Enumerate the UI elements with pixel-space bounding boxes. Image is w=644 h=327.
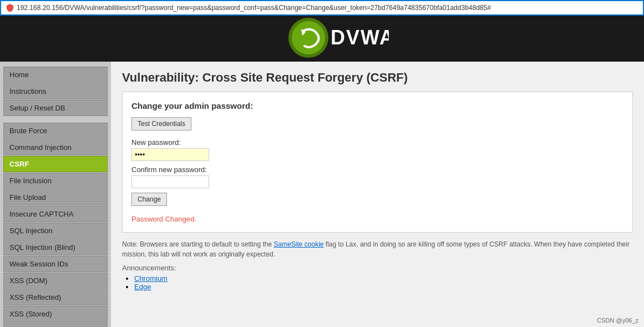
url-text: 192.168.20.156/DVWA/vulnerabilities/csrf… — [17, 4, 491, 12]
sidebar-item-setup[interactable]: Setup / Reset DB — [3, 100, 108, 116]
sidebar-item-command-injection[interactable]: Command Injection — [3, 139, 108, 155]
csrf-panel: Change your admin password: Test Credent… — [122, 92, 633, 233]
sidebar-divider — [0, 117, 111, 122]
svg-point-1 — [292, 21, 325, 54]
svg-text:DVWA: DVWA — [331, 26, 389, 49]
list-item: Chromium — [134, 274, 633, 283]
announcements-list: Chromium Edge — [122, 274, 633, 291]
test-credentials-button[interactable]: Test Credentials — [131, 117, 191, 130]
dvwa-logo-svg: DVWA — [256, 16, 389, 60]
sidebar-item-file-inclusion[interactable]: File Inclusion — [3, 173, 108, 189]
security-icon — [6, 3, 14, 12]
sidebar-item-home[interactable]: Home — [3, 67, 108, 83]
sidebar-item-sql-injection[interactable]: SQL Injection — [3, 223, 108, 239]
sidebar-item-insecure-captcha[interactable]: Insecure CAPTCHA — [3, 206, 108, 222]
watermark: CSDN @y06_z — [597, 317, 638, 324]
confirm-password-label: Confirm new password: — [131, 165, 623, 174]
sidebar-item-csp-bypass[interactable]: CSP Bypass — [3, 323, 108, 327]
new-password-label: New password: — [131, 138, 623, 147]
sidebar-item-xss-dom[interactable]: XSS (DOM) — [3, 273, 108, 289]
sidebar-item-csrf[interactable]: CSRF — [3, 156, 108, 172]
sidebar-item-xss-stored[interactable]: XSS (Stored) — [3, 306, 108, 322]
note-section: Note: Browsers are starting to default t… — [122, 239, 633, 259]
dvwa-logo: DVWA — [256, 16, 389, 62]
note-text-before: Note: Browsers are starting to default t… — [122, 240, 273, 248]
sidebar-item-sql-injection-blind[interactable]: SQL Injection (Blind) — [3, 239, 108, 255]
app-container: DVWA Home Instructions Setup / Reset DB … — [0, 16, 644, 327]
list-item: Edge — [134, 283, 633, 291]
sidebar-item-weak-session-ids[interactable]: Weak Session IDs — [3, 256, 108, 272]
sidebar-item-xss-reflected[interactable]: XSS (Reflected) — [3, 289, 108, 305]
sidebar: Home Instructions Setup / Reset DB Brute… — [0, 62, 111, 327]
success-message: Password Changed. — [131, 215, 623, 223]
sidebar-item-instructions[interactable]: Instructions — [3, 83, 108, 99]
sidebar-item-file-upload[interactable]: File Upload — [3, 189, 108, 205]
announcements-title: Announcements: — [122, 264, 633, 272]
chromium-link[interactable]: Chromium — [134, 274, 168, 283]
page-title: Vulnerability: Cross Site Request Forger… — [122, 71, 633, 85]
change-button[interactable]: Change — [131, 193, 167, 206]
confirm-password-input[interactable] — [131, 175, 209, 188]
new-password-input[interactable] — [131, 148, 209, 161]
sidebar-item-brute-force[interactable]: Brute Force — [3, 123, 108, 139]
panel-subtitle: Change your admin password: — [131, 101, 623, 110]
address-bar[interactable]: 192.168.20.156/DVWA/vulnerabilities/csrf… — [0, 0, 644, 16]
samesite-link[interactable]: SameSite cookie — [273, 240, 323, 248]
dvwa-header: DVWA — [0, 16, 644, 62]
edge-link[interactable]: Edge — [134, 283, 151, 291]
content-area: Home Instructions Setup / Reset DB Brute… — [0, 62, 644, 327]
main-panel: Vulnerability: Cross Site Request Forger… — [111, 62, 644, 327]
